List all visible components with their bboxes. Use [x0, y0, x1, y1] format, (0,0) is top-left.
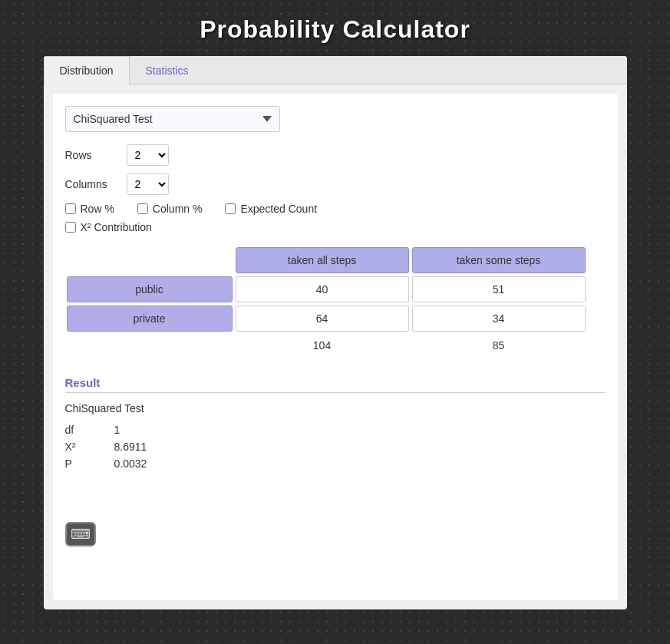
table-area: taken all steps taken some steps public … — [65, 246, 606, 358]
rows-select[interactable]: 1 2 3 4 5 — [127, 144, 169, 166]
stat-key-df: df — [65, 424, 96, 436]
bottom-area: ⌨ — [65, 485, 606, 547]
stat-value-x2: 8.6911 — [114, 441, 147, 453]
main-panel: Distribution Statistics ChiSquared Test … — [44, 56, 627, 609]
row-label-1: private — [67, 305, 233, 332]
stat-key-p: P — [65, 457, 96, 470]
row-percent-item[interactable]: Row % — [65, 203, 114, 215]
stat-row-df: df 1 — [65, 424, 606, 436]
keyboard-icon: ⌨ — [71, 526, 91, 543]
x2-contribution-label: X² Contribution — [81, 221, 152, 233]
x2-contribution-item[interactable]: X² Contribution — [65, 221, 152, 233]
stat-row-p: P 0.0032 — [65, 457, 606, 470]
data-cell-0-0[interactable]: 40 — [236, 276, 409, 302]
col-percent-checkbox[interactable] — [137, 203, 148, 214]
col-percent-label: Column % — [153, 203, 203, 215]
distribution-select[interactable]: ChiSquared Test T-Test Z-Test F-Test ANO… — [65, 106, 280, 132]
stat-row-x2: X² 8.6911 — [65, 441, 606, 453]
keyboard-button[interactable]: ⌨ — [65, 522, 96, 547]
table-data-row-1: private 64 34 — [65, 304, 606, 333]
columns-select[interactable]: 1 2 3 4 5 — [127, 173, 169, 195]
stat-value-p: 0.0032 — [114, 457, 147, 470]
result-test-name: ChiSquared Test — [65, 402, 606, 414]
row-percent-checkbox[interactable] — [65, 203, 76, 214]
totals-corner — [65, 333, 234, 358]
data-cell-1-0[interactable]: 64 — [236, 305, 409, 332]
result-section: Result ChiSquared Test df 1 X² 8.6911 P … — [65, 376, 606, 470]
tab-bar: Distribution Statistics — [44, 56, 627, 84]
row-percent-label: Row % — [81, 203, 114, 215]
total-value-0: 104 — [234, 333, 411, 358]
row-label-0: public — [67, 276, 233, 302]
result-label: Result — [65, 376, 606, 389]
stat-key-x2: X² — [65, 441, 96, 453]
page-title: Probability Calculator — [200, 8, 470, 56]
col-header-1: taken some steps — [412, 247, 586, 273]
tab-distribution[interactable]: Distribution — [44, 56, 130, 84]
rows-label: Rows — [65, 149, 119, 161]
expected-count-item[interactable]: Expected Count — [225, 203, 317, 215]
result-divider — [65, 392, 606, 393]
tab-statistics[interactable]: Statistics — [130, 56, 205, 84]
col-percent-item[interactable]: Column % — [137, 203, 203, 215]
dropdown-row: ChiSquared Test T-Test Z-Test F-Test ANO… — [65, 106, 606, 132]
result-stats: df 1 X² 8.6911 P 0.0032 — [65, 424, 606, 470]
table-totals-row: 104 85 — [65, 333, 606, 358]
checkbox-row-1: Row % Column % Expected Count — [65, 203, 606, 215]
col-header-0: taken all steps — [236, 247, 409, 273]
columns-field-row: Columns 1 2 3 4 5 — [65, 173, 606, 195]
x2-contribution-checkbox[interactable] — [65, 222, 76, 233]
data-cell-1-1[interactable]: 34 — [412, 305, 586, 332]
expected-count-label: Expected Count — [240, 203, 317, 215]
content-area: ChiSquared Test T-Test Z-Test F-Test ANO… — [53, 94, 618, 600]
checkbox-row-2: X² Contribution — [65, 221, 606, 233]
data-cell-0-1[interactable]: 51 — [412, 276, 586, 302]
total-value-1: 85 — [411, 333, 587, 358]
columns-label: Columns — [65, 178, 119, 190]
stat-value-df: 1 — [114, 424, 120, 436]
expected-count-checkbox[interactable] — [225, 203, 236, 214]
rows-field-row: Rows 1 2 3 4 5 — [65, 144, 606, 166]
table-header-row: taken all steps taken some steps — [65, 246, 606, 275]
table-corner-cell — [65, 246, 234, 275]
table-data-row-0: public 40 51 — [65, 275, 606, 304]
